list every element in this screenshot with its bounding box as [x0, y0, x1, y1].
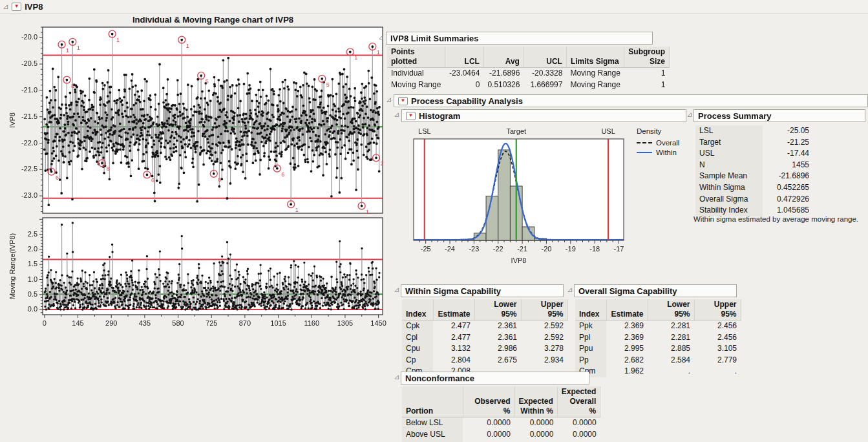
data-table: IndexEstimateLower 95%Upper 95%Cpk2.4772… [402, 299, 568, 377]
table-cell: Moving Range [387, 79, 445, 91]
column-header: UCL [524, 47, 566, 68]
table-cell: Pp [575, 355, 606, 366]
table-cell: Moving Range [566, 68, 624, 79]
table-cell: 1455 [763, 160, 813, 171]
process-summary-table: LSL-25.05Target-21.25USL-17.44N1455Sampl… [695, 125, 813, 216]
disclosure-triangle-icon[interactable]: ⊿ [394, 286, 399, 293]
disclosure-triangle-icon[interactable]: ⊿ [394, 111, 399, 118]
table-row: Pp2.6822.5842.779 [575, 355, 741, 366]
table-cell: 2.456 [694, 321, 741, 332]
table-cell: -21.25 [763, 137, 813, 149]
table-cell: -23.0464 [445, 68, 483, 79]
table-cell: 2.986 [474, 343, 521, 355]
within-capability-title: Within Sigma Capability [405, 286, 501, 296]
table-cell: Sample Mean [695, 171, 763, 182]
table-row: LSL-25.05 [695, 125, 813, 137]
table-cell: Moving Range [566, 79, 624, 91]
disclosure-triangle-icon[interactable]: ⊿ [686, 111, 692, 118]
table-row: USL-17.44 [695, 148, 813, 160]
table-cell: 3.132 [433, 343, 474, 355]
table-cell: -21.6896 [763, 171, 813, 182]
process-summary-title: Process Summary [698, 111, 771, 121]
table-cell: 2.934 [521, 355, 567, 366]
red-triangle-menu-icon[interactable]: ▼ [398, 97, 408, 105]
table-row: Ppl2.3692.2812.456 [575, 332, 741, 344]
table-cell: 3.105 [694, 343, 741, 355]
table-cell: 2.885 [648, 343, 694, 355]
table-cell: -25.05 [763, 125, 813, 137]
control-chart-title: Individual & Moving Range chart of IVP8 [43, 15, 383, 25]
process-capability-header: ▼ Process Capability Analysis [394, 94, 868, 107]
table-row: Cpk2.4772.3612.592 [402, 321, 567, 332]
table-row: Individual-23.0464-21.6896-20.3328Moving… [387, 68, 670, 79]
table-cell: 1.666997 [524, 79, 566, 91]
table-row: Ppu2.9952.8853.105 [575, 343, 741, 355]
overall-capability-title: Overall Sigma Capability [578, 286, 677, 296]
table-cell: 0.510326 [483, 79, 524, 91]
jmp-report-window: ⊿ ▼ IVP8 Individual & Moving Range chart… [0, 0, 868, 442]
table-cell: 2.369 [606, 332, 648, 344]
table-cell: 0.0000 [463, 417, 514, 429]
table-cell: Overall Sigma [695, 194, 763, 205]
within-capability-table: IndexEstimateLower 95%Upper 95%Cpk2.4772… [402, 299, 568, 377]
table-cell: 0.0000 [514, 429, 557, 441]
table-header-row: IndexEstimateLower 95%Upper 95% [575, 299, 741, 321]
disclosure-triangle-icon[interactable]: ⊿ [386, 96, 392, 103]
table-cell: 2.675 [474, 355, 521, 366]
density-legend: Density Overall Within [637, 127, 679, 156]
table-cell: 2.779 [694, 355, 741, 366]
table-cell: 2.361 [474, 332, 521, 344]
disclosure-triangle-icon[interactable]: ⊿ [567, 286, 573, 293]
table-cell: -21.6896 [483, 68, 524, 79]
red-triangle-menu-icon[interactable]: ▼ [406, 112, 416, 120]
table-cell: 2.584 [648, 355, 694, 366]
column-header: Subgroup Size [624, 47, 670, 68]
column-header: Lower 95% [648, 299, 694, 321]
table-cell: 0.452265 [763, 182, 813, 194]
red-triangle-glyph: ▼ [14, 4, 19, 9]
red-triangle-menu-icon[interactable]: ▼ [12, 3, 21, 11]
table-row: Cpm1.962.. [575, 366, 741, 377]
table-cell: Cpl [402, 332, 433, 344]
table-cell: 2.592 [521, 332, 567, 344]
column-header: Limits Sigma [566, 47, 624, 68]
table-cell: 0.472926 [763, 194, 813, 205]
legend-item-overall: Overall [637, 139, 679, 147]
table-cell: 1 [624, 79, 670, 91]
within-sigma-note: Within sigma estimated by average moving… [693, 215, 868, 223]
table-cell: Within Sigma [695, 182, 763, 194]
table-row: Within Sigma0.452265 [695, 182, 813, 194]
table-cell: . [648, 366, 694, 377]
table-cell: N [695, 160, 763, 171]
column-header: LCL [445, 47, 483, 68]
table-cell: . [694, 366, 741, 377]
disclosure-triangle-icon[interactable]: ⊿ [378, 34, 384, 41]
column-header: Avg [483, 47, 524, 68]
histogram-canvas[interactable] [407, 125, 630, 266]
column-header: Observed % [463, 386, 514, 417]
table-row: Sample Mean-21.6896 [695, 171, 813, 182]
individual-moving-range-chart[interactable] [4, 25, 392, 333]
column-header: Upper 95% [521, 299, 567, 321]
table-row: Ppk2.3692.2812.456 [575, 321, 741, 332]
table-row: Overall Sigma0.472926 [695, 194, 813, 205]
disclosure-triangle-icon[interactable]: ⊿ [394, 374, 399, 381]
table-cell: 0.0000 [514, 417, 557, 429]
red-triangle-glyph: ▼ [408, 113, 414, 118]
column-header: Estimate [433, 299, 474, 321]
table-cell: 2.477 [433, 321, 474, 332]
disclosure-triangle-icon[interactable]: ⊿ [3, 3, 8, 10]
table-cell: 1.962 [606, 366, 648, 377]
table-cell: Ppl [575, 332, 606, 344]
table-row: Target-21.25 [695, 137, 813, 149]
column-header: Index [402, 299, 433, 321]
column-header: Expected Within % [514, 386, 557, 417]
column-header: Expected Overall % [557, 386, 600, 417]
report-title: IVP8 [25, 2, 43, 12]
table-row: Cpu3.1322.9863.278 [402, 343, 567, 355]
limit-summaries-header: IVP8 Limit Summaries [386, 32, 653, 45]
table-cell: 2.456 [694, 332, 741, 344]
table-cell: USL [695, 148, 763, 160]
process-capability-title: Process Capability Analysis [411, 96, 523, 106]
legend-label: Overall [656, 139, 679, 147]
